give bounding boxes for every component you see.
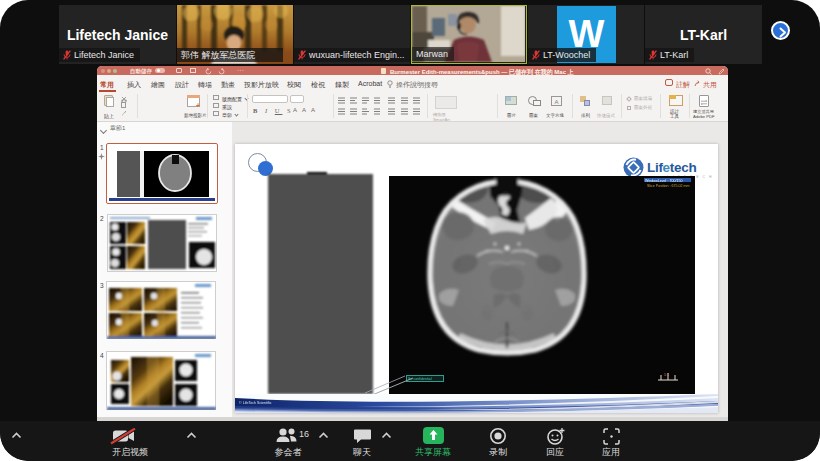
svg-text:1:1: 1:1: [664, 373, 669, 377]
